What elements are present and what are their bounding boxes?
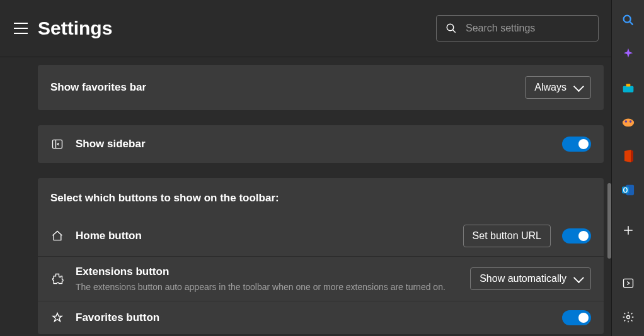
set-button-url[interactable]: Set button URL xyxy=(463,225,551,247)
svg-rect-6 xyxy=(623,86,633,92)
home-icon xyxy=(50,229,64,243)
row-favorites-button: Favorites button xyxy=(38,301,604,334)
svg-line-5 xyxy=(630,22,633,25)
side-search-icon[interactable] xyxy=(621,13,636,28)
row-sidebar: Show sidebar xyxy=(38,125,604,163)
scrollbar[interactable] xyxy=(607,183,611,259)
favorites-bar-dropdown[interactable]: Always xyxy=(525,76,591,99)
side-add-icon[interactable] xyxy=(621,223,636,238)
svg-line-1 xyxy=(452,30,456,33)
svg-point-0 xyxy=(447,24,454,31)
chevron-down-icon xyxy=(573,272,584,283)
home-label: Home button xyxy=(76,230,452,242)
card-favorites-bar: Show favorites bar Always xyxy=(38,65,604,110)
toolbar-section-header: Select which buttons to show on the tool… xyxy=(38,178,604,216)
svg-point-10 xyxy=(629,120,631,123)
page-title: Settings xyxy=(38,18,426,39)
svg-point-4 xyxy=(623,16,630,23)
sidebar-icon xyxy=(50,137,64,151)
favorites-icon xyxy=(50,311,64,325)
extensions-dropdown[interactable]: Show automatically xyxy=(470,267,591,290)
favorites-bar-label: Show favorites bar xyxy=(50,81,514,94)
row-favorites-bar: Show favorites bar Always xyxy=(38,65,604,110)
side-outlook-icon[interactable] xyxy=(621,182,636,198)
side-settings-icon[interactable] xyxy=(621,310,636,325)
row-home-button: Home button Set button URL xyxy=(38,216,604,257)
main-area: Settings Show favorites bar Always xyxy=(0,0,611,336)
side-office-icon[interactable] xyxy=(621,148,636,164)
home-toggle[interactable] xyxy=(562,228,591,244)
search-input[interactable] xyxy=(466,23,592,34)
extensions-desc: The extensions button auto appears in th… xyxy=(76,282,459,292)
sidebar-toggle[interactable] xyxy=(562,137,591,152)
settings-content: Show favorites bar Always Sho xyxy=(0,57,611,336)
search-box[interactable] xyxy=(436,15,599,42)
side-tools-icon[interactable] xyxy=(621,81,636,96)
row-extensions-button: Extensions button The extensions button … xyxy=(38,257,604,301)
extensions-label: Extensions button xyxy=(76,266,459,278)
search-icon xyxy=(446,23,457,34)
sidebar-label: Show sidebar xyxy=(76,138,551,150)
menu-icon[interactable] xyxy=(14,23,28,34)
svg-point-8 xyxy=(622,119,633,127)
svg-rect-16 xyxy=(623,279,633,287)
edge-sidebar xyxy=(611,0,644,336)
svg-point-17 xyxy=(626,316,630,319)
side-copilot-icon[interactable] xyxy=(621,47,636,62)
svg-rect-7 xyxy=(626,84,630,86)
dropdown-value: Show automatically xyxy=(480,273,566,284)
dropdown-value: Always xyxy=(534,82,566,93)
card-sidebar: Show sidebar xyxy=(38,125,604,163)
chevron-down-icon xyxy=(573,81,584,92)
favorites-button-label: Favorites button xyxy=(76,311,551,324)
card-toolbar-buttons: Select which buttons to show on the tool… xyxy=(38,178,604,334)
side-games-icon[interactable] xyxy=(621,115,636,130)
favorites-toggle[interactable] xyxy=(562,310,591,325)
side-collapse-icon[interactable] xyxy=(621,276,636,291)
svg-point-9 xyxy=(624,120,627,123)
extensions-icon xyxy=(50,272,64,286)
settings-header: Settings xyxy=(0,0,611,57)
